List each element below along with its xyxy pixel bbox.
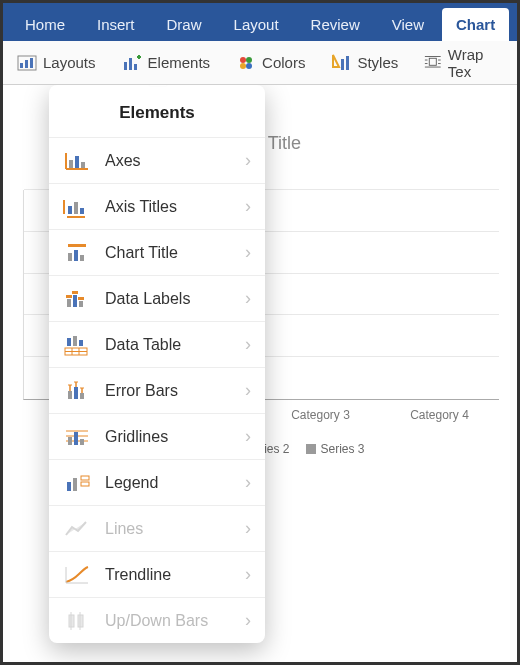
svg-rect-28 xyxy=(74,202,78,214)
svg-rect-24 xyxy=(69,160,73,168)
svg-rect-62 xyxy=(74,432,78,445)
tab-draw[interactable]: Draw xyxy=(153,8,216,41)
svg-point-12 xyxy=(246,63,252,69)
svg-rect-66 xyxy=(81,476,89,480)
elements-item-error-bars[interactable]: Error Bars› xyxy=(49,367,265,413)
chevron-right-icon: › xyxy=(245,472,251,493)
wrap-text-label: Wrap Tex xyxy=(448,46,503,80)
styles-label: Styles xyxy=(357,54,398,71)
svg-rect-67 xyxy=(81,482,89,486)
elements-dropdown-panel: Elements Axes›Axis Titles›Chart Title›Da… xyxy=(49,85,265,643)
elements-item-updown: Up/Down Bars› xyxy=(49,597,265,643)
svg-rect-30 xyxy=(67,216,85,218)
chevron-right-icon: › xyxy=(245,196,251,217)
elements-button[interactable]: Elements xyxy=(112,49,221,77)
svg-rect-29 xyxy=(80,208,84,214)
elements-item-legend[interactable]: Legend› xyxy=(49,459,265,505)
panel-title: Elements xyxy=(49,85,265,137)
svg-rect-38 xyxy=(79,301,83,307)
svg-rect-42 xyxy=(67,338,71,346)
legend-swatch xyxy=(306,444,316,454)
svg-rect-49 xyxy=(68,391,72,399)
chevron-right-icon: › xyxy=(245,518,251,539)
chevron-right-icon: › xyxy=(245,426,251,447)
elements-item-label: Trendline xyxy=(105,566,245,584)
elements-item-label: Axes xyxy=(105,152,245,170)
svg-rect-5 xyxy=(129,58,132,70)
wrap-text-icon xyxy=(424,53,442,73)
svg-rect-15 xyxy=(430,58,437,65)
layouts-icon xyxy=(17,53,37,73)
tab-chart[interactable]: Chart xyxy=(442,8,509,41)
legend-icon xyxy=(63,472,91,494)
svg-rect-39 xyxy=(66,295,72,298)
elements-item-data-labels[interactable]: Data Labels› xyxy=(49,275,265,321)
tab-home[interactable]: Home xyxy=(11,8,79,41)
svg-rect-36 xyxy=(67,299,71,307)
styles-button[interactable]: Styles xyxy=(321,49,408,77)
wrap-text-button[interactable]: Wrap Tex xyxy=(414,42,513,84)
svg-rect-34 xyxy=(74,250,78,261)
svg-rect-50 xyxy=(74,387,78,399)
styles-icon xyxy=(331,53,351,73)
elements-item-label: Error Bars xyxy=(105,382,245,400)
svg-rect-65 xyxy=(73,478,77,491)
tab-review[interactable]: Review xyxy=(297,8,374,41)
chart-title-icon xyxy=(63,242,91,264)
lines-icon xyxy=(63,518,91,540)
x-axis-label: Category 3 xyxy=(291,408,350,422)
svg-rect-31 xyxy=(63,200,65,214)
elements-item-chart-title[interactable]: Chart Title› xyxy=(49,229,265,275)
svg-rect-3 xyxy=(30,58,33,68)
svg-point-10 xyxy=(246,57,252,63)
svg-rect-63 xyxy=(80,439,84,445)
elements-item-label: Legend xyxy=(105,474,245,492)
svg-rect-44 xyxy=(79,340,83,346)
tab-insert[interactable]: Insert xyxy=(83,8,149,41)
svg-rect-64 xyxy=(67,482,71,491)
elements-icon xyxy=(122,53,142,73)
legend-item: Series 3 xyxy=(306,442,365,456)
svg-rect-37 xyxy=(73,295,77,307)
elements-item-axis-titles[interactable]: Axis Titles› xyxy=(49,183,265,229)
svg-rect-40 xyxy=(72,291,78,294)
document-area: Chart Title Category 1Category 2Category… xyxy=(3,85,517,662)
elements-item-data-table[interactable]: Data Table› xyxy=(49,321,265,367)
svg-rect-4 xyxy=(124,62,127,70)
legend-label: Series 3 xyxy=(321,442,365,456)
gridlines-icon xyxy=(63,426,91,448)
axis-titles-icon xyxy=(63,196,91,218)
chevron-right-icon: › xyxy=(245,564,251,585)
axes-icon xyxy=(63,150,91,172)
colors-button[interactable]: Colors xyxy=(226,49,315,77)
elements-item-label: Gridlines xyxy=(105,428,245,446)
svg-rect-27 xyxy=(68,206,72,214)
elements-item-lines: Lines› xyxy=(49,505,265,551)
elements-item-label: Lines xyxy=(105,520,245,538)
chevron-right-icon: › xyxy=(245,288,251,309)
svg-rect-6 xyxy=(134,64,137,70)
elements-item-label: Data Labels xyxy=(105,290,245,308)
tab-layout[interactable]: Layout xyxy=(220,8,293,41)
x-axis-label: Category 4 xyxy=(410,408,469,422)
chevron-right-icon: › xyxy=(245,150,251,171)
elements-item-label: Data Table xyxy=(105,336,245,354)
trendline-icon xyxy=(63,564,91,586)
elements-item-label: Up/Down Bars xyxy=(105,612,245,630)
elements-item-label: Axis Titles xyxy=(105,198,245,216)
elements-item-trendline[interactable]: Trendline› xyxy=(49,551,265,597)
colors-icon xyxy=(236,53,256,73)
svg-rect-33 xyxy=(68,253,72,261)
elements-item-gridlines[interactable]: Gridlines› xyxy=(49,413,265,459)
layouts-button[interactable]: Layouts xyxy=(7,49,106,77)
layouts-label: Layouts xyxy=(43,54,96,71)
colors-label: Colors xyxy=(262,54,305,71)
elements-item-axes[interactable]: Axes› xyxy=(49,137,265,183)
chevron-right-icon: › xyxy=(245,380,251,401)
tab-view[interactable]: View xyxy=(378,8,438,41)
updown-icon xyxy=(63,610,91,632)
svg-rect-32 xyxy=(68,244,86,247)
svg-point-9 xyxy=(240,57,246,63)
svg-rect-26 xyxy=(81,162,85,168)
svg-point-11 xyxy=(240,63,246,69)
